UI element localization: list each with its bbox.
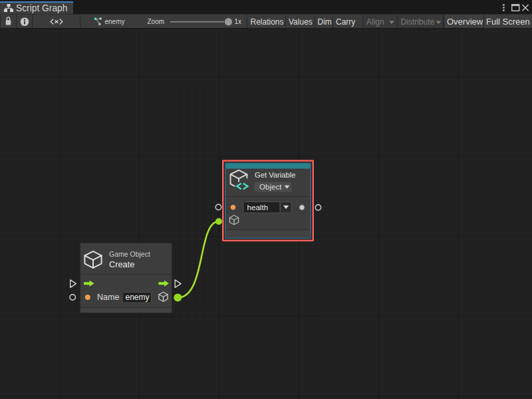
svg-text:Distribute: Distribute xyxy=(401,17,435,27)
svg-text:Carry: Carry xyxy=(336,17,355,27)
svg-text:Create: Create xyxy=(109,259,134,269)
svg-text:Relations: Relations xyxy=(251,17,284,27)
svg-text:Align: Align xyxy=(366,17,384,27)
svg-text:Name: Name xyxy=(97,293,120,302)
svg-text:health: health xyxy=(247,203,269,211)
svg-text:Object: Object xyxy=(259,182,282,191)
svg-text:Dim: Dim xyxy=(318,17,332,27)
svg-text:enemy: enemy xyxy=(126,293,150,302)
svg-text:Game Object: Game Object xyxy=(109,250,150,258)
svg-text:1x: 1x xyxy=(235,18,242,25)
svg-text:Overview: Overview xyxy=(447,17,483,27)
svg-text:Values: Values xyxy=(289,17,313,27)
svg-text:Zoom: Zoom xyxy=(148,18,165,25)
svg-text:enemy: enemy xyxy=(105,18,125,25)
svg-text:Full Screen: Full Screen xyxy=(486,17,530,27)
svg-text:Script Graph: Script Graph xyxy=(16,3,67,13)
svg-text:Get Variable: Get Variable xyxy=(255,171,295,179)
